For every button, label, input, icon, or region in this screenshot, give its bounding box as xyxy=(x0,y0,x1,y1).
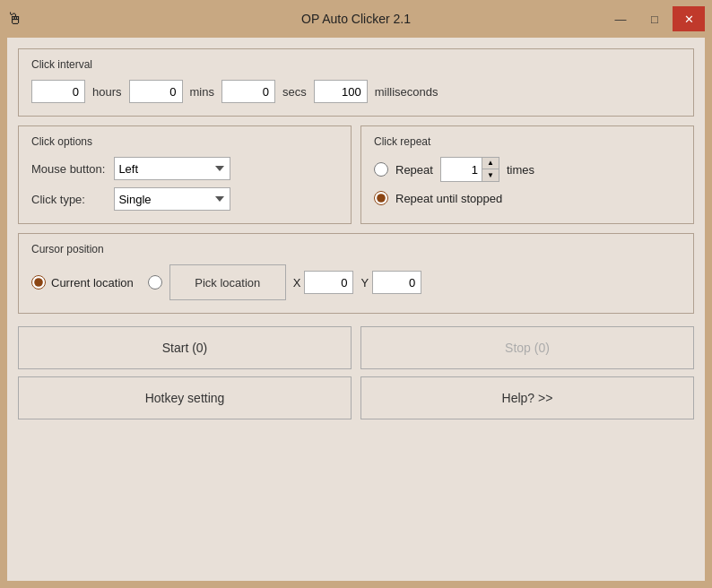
click-options-title: Click options xyxy=(31,135,338,148)
click-repeat-title: Click repeat xyxy=(374,135,681,148)
y-coord-group: Y xyxy=(360,271,421,294)
spin-up-button[interactable]: ▲ xyxy=(482,158,499,169)
spinbox-arrows: ▲ ▼ xyxy=(482,158,499,181)
bottom-buttons: Start (0) Stop (0) Hotkey setting Help? … xyxy=(18,326,694,419)
repeat-radio[interactable] xyxy=(374,162,388,177)
secs-input[interactable] xyxy=(221,80,275,103)
help-button[interactable]: Help? >> xyxy=(360,376,694,419)
middle-row: Click options Mouse button: Left Middle … xyxy=(18,125,694,224)
repeat-times-row: Repeat ▲ ▼ times xyxy=(374,157,681,182)
repeat-until-stopped-row: Repeat until stopped xyxy=(374,191,681,205)
secondary-btn-row: Hotkey setting Help? >> xyxy=(18,376,694,419)
options-grid: Mouse button: Left Middle Right Click ty… xyxy=(31,157,338,211)
interval-row: hours mins secs milliseconds xyxy=(31,80,681,103)
maximize-button[interactable]: □ xyxy=(638,6,671,31)
cursor-position-panel: Cursor position Current location Pick lo… xyxy=(18,233,694,314)
x-input[interactable] xyxy=(304,271,353,294)
times-label: times xyxy=(507,163,534,177)
mouse-button-select[interactable]: Left Middle Right xyxy=(114,157,230,180)
click-interval-title: Click interval xyxy=(31,58,681,71)
hours-label: hours xyxy=(92,85,122,99)
y-label: Y xyxy=(360,276,369,290)
repeat-options: Repeat ▲ ▼ times Repeat until stopped xyxy=(374,157,681,205)
click-type-select[interactable]: Single Double xyxy=(114,187,230,211)
app-title: OP Auto Clicker 2.1 xyxy=(301,12,411,26)
pick-location-button[interactable]: Pick location xyxy=(169,264,286,300)
stop-button[interactable]: Stop (0) xyxy=(360,326,694,369)
repeat-spinbox: ▲ ▼ xyxy=(440,157,499,182)
click-type-label: Click type: xyxy=(31,193,105,206)
repeat-until-stopped-label: Repeat until stopped xyxy=(395,192,502,205)
cursor-position-title: Cursor position xyxy=(31,243,681,255)
start-button[interactable]: Start (0) xyxy=(18,326,352,369)
y-input[interactable] xyxy=(372,271,421,294)
hotkey-button[interactable]: Hotkey setting xyxy=(18,376,352,419)
repeat-until-stopped-radio[interactable] xyxy=(374,191,388,205)
mins-input[interactable] xyxy=(129,80,183,103)
mins-label: mins xyxy=(190,85,214,99)
pick-location-group: Pick location X Y xyxy=(148,264,421,300)
primary-btn-row: Start (0) Stop (0) xyxy=(18,326,694,369)
title-controls: — □ ✕ xyxy=(604,6,705,31)
current-location-label: Current location xyxy=(51,276,134,290)
minimize-button[interactable]: — xyxy=(604,6,637,31)
close-button[interactable]: ✕ xyxy=(673,6,705,31)
cursor-row: Current location Pick location X Y xyxy=(31,264,681,300)
secs-label: secs xyxy=(282,85,307,99)
repeat-label: Repeat xyxy=(395,163,433,177)
hours-input[interactable] xyxy=(31,80,85,103)
click-repeat-panel: Click repeat Repeat ▲ ▼ times xyxy=(360,125,694,224)
mouse-button-label: Mouse button: xyxy=(31,162,105,176)
title-bar-left: 🖱 xyxy=(7,10,23,29)
x-label: X xyxy=(293,276,301,290)
current-location-group: Current location xyxy=(31,275,134,290)
click-interval-panel: Click interval hours mins secs milliseco… xyxy=(18,48,694,117)
spin-down-button[interactable]: ▼ xyxy=(482,169,499,181)
milliseconds-label: milliseconds xyxy=(375,85,438,99)
title-bar: 🖱 OP Auto Clicker 2.1 — □ ✕ xyxy=(0,0,712,38)
repeat-times-input[interactable] xyxy=(441,158,482,181)
app-icon: 🖱 xyxy=(7,10,23,29)
click-options-panel: Click options Mouse button: Left Middle … xyxy=(18,125,352,224)
x-coord-group: X xyxy=(293,271,354,294)
main-content: Click interval hours mins secs milliseco… xyxy=(7,38,705,581)
current-location-radio[interactable] xyxy=(31,275,46,290)
pick-location-radio[interactable] xyxy=(148,275,162,290)
milliseconds-input[interactable] xyxy=(314,80,368,103)
